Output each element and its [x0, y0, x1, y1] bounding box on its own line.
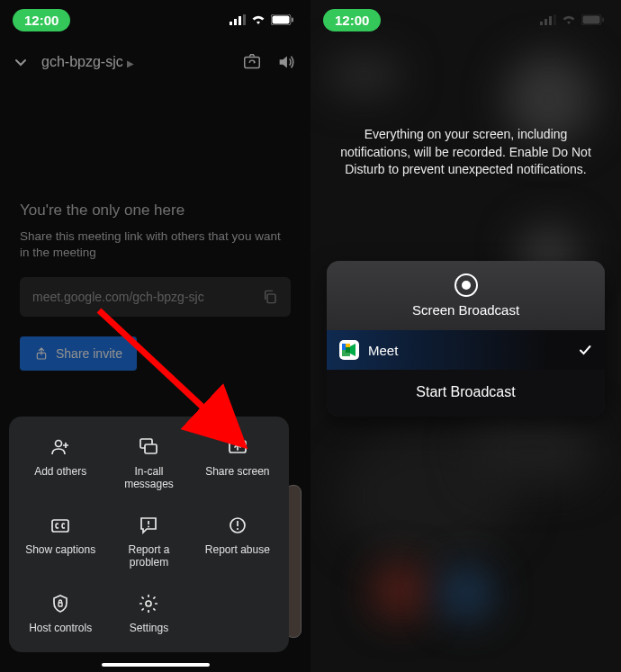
menu-host-controls[interactable]: Host controls — [16, 593, 104, 634]
status-right — [230, 14, 294, 25]
svg-rect-28 — [583, 16, 600, 24]
svg-point-21 — [146, 601, 151, 606]
meeting-code-text: gch-bpzg-sjc — [41, 54, 123, 69]
phone-left-meet-menu: 12:00 gch-bpzg-sjc▶ You're the only one … — [0, 0, 310, 672]
app-name: Meet — [368, 343, 398, 358]
broadcast-app-meet[interactable]: Meet — [327, 330, 605, 370]
chat-icon — [138, 436, 159, 458]
svg-rect-6 — [292, 18, 293, 22]
meet-app-icon — [339, 340, 359, 360]
svg-rect-1 — [234, 19, 237, 25]
svg-rect-34 — [346, 347, 350, 353]
check-icon — [578, 343, 592, 357]
wifi-icon — [562, 14, 576, 25]
menu-label: Share screen — [205, 465, 269, 478]
menu-in-call-messages[interactable]: In-call messages — [104, 436, 193, 491]
svg-rect-12 — [145, 444, 157, 453]
svg-rect-5 — [273, 16, 290, 24]
time-pill[interactable]: 12:00 — [13, 9, 70, 31]
menu-report-abuse[interactable]: Report abuse — [194, 515, 282, 569]
share-description: Share this meeting link with others that… — [20, 228, 291, 261]
report-abuse-icon — [227, 515, 248, 536]
signal-icon — [540, 14, 556, 25]
menu-label: In-call messages — [124, 465, 174, 491]
meeting-code[interactable]: gch-bpzg-sjc▶ — [41, 54, 230, 70]
svg-rect-0 — [230, 22, 232, 25]
wifi-icon — [251, 14, 266, 25]
svg-rect-33 — [346, 353, 350, 356]
svg-rect-3 — [243, 14, 246, 25]
menu-settings[interactable]: Settings — [104, 593, 193, 634]
svg-rect-14 — [52, 520, 68, 532]
share-invite-button[interactable]: Share invite — [20, 336, 137, 371]
status-bar: 12:00 — [0, 0, 310, 40]
svg-rect-24 — [544, 19, 547, 25]
battery-icon — [271, 14, 294, 25]
svg-rect-7 — [245, 58, 260, 68]
status-bar: 12:00 — [310, 0, 621, 40]
flip-camera-icon — [242, 52, 262, 72]
menu-label: Show captions — [25, 543, 95, 556]
captions-icon — [50, 515, 71, 536]
svg-rect-30 — [342, 344, 346, 350]
add-person-icon — [50, 436, 71, 458]
phone-right-broadcast: 12:00 Everything on your screen, includi… — [310, 0, 621, 672]
menu-show-captions[interactable]: Show captions — [16, 515, 104, 569]
start-broadcast-button[interactable]: Start Broadcast — [327, 370, 605, 417]
battery-icon — [581, 14, 605, 25]
only-one-text: You're the only one here — [20, 202, 291, 220]
meeting-link-box[interactable]: meet.google.com/gch-bpzg-sjc — [20, 277, 291, 317]
feedback-icon — [138, 515, 159, 536]
broadcast-card: Screen Broadcast Meet Start Broadcast — [327, 261, 605, 417]
svg-rect-8 — [267, 294, 275, 303]
speaker-button[interactable] — [276, 52, 298, 72]
menu-label: Settings — [130, 622, 168, 634]
meeting-url: meet.google.com/gch-bpzg-sjc — [32, 290, 204, 304]
svg-rect-29 — [602, 18, 604, 22]
broadcast-title: Screen Broadcast — [327, 302, 605, 318]
menu-label: Add others — [34, 465, 86, 478]
more-options-sheet: Add others In-call messages Share screen… — [9, 417, 289, 652]
svg-rect-20 — [58, 603, 62, 606]
menu-label: Report a problem — [128, 543, 169, 569]
broadcast-header: Screen Broadcast — [327, 261, 605, 330]
svg-rect-25 — [549, 16, 552, 25]
menu-add-others[interactable]: Add others — [16, 436, 104, 491]
caret-right-icon: ▶ — [127, 58, 134, 68]
main-content: You're the only one here Share this meet… — [0, 202, 310, 371]
share-icon — [34, 346, 49, 361]
shield-icon — [50, 593, 71, 614]
time-pill[interactable]: 12:00 — [323, 9, 381, 31]
speaker-icon — [276, 52, 296, 72]
share-invite-label: Share invite — [56, 346, 122, 361]
svg-rect-31 — [342, 350, 346, 356]
svg-rect-26 — [554, 14, 556, 25]
svg-rect-2 — [238, 16, 241, 25]
svg-rect-23 — [540, 22, 543, 25]
share-screen-icon — [227, 436, 248, 458]
chevron-down-icon[interactable] — [13, 54, 29, 70]
menu-label: Host controls — [29, 622, 92, 634]
flip-camera-button[interactable] — [242, 52, 264, 72]
menu-report-problem[interactable]: Report a problem — [104, 515, 193, 569]
record-icon — [454, 273, 478, 297]
gear-icon — [138, 593, 159, 614]
svg-point-10 — [56, 441, 62, 447]
svg-point-16 — [148, 525, 149, 527]
copy-icon[interactable] — [262, 289, 278, 305]
home-indicator[interactable] — [102, 663, 210, 667]
broadcast-disclosure: Everything on your screen, including not… — [334, 126, 598, 179]
svg-point-19 — [237, 528, 238, 530]
menu-label: Report abuse — [205, 543, 270, 556]
top-bar: gch-bpzg-sjc▶ — [0, 40, 310, 85]
menu-share-screen[interactable]: Share screen — [194, 436, 282, 491]
svg-rect-32 — [346, 344, 350, 347]
signal-icon — [230, 14, 246, 25]
status-right — [540, 14, 605, 25]
